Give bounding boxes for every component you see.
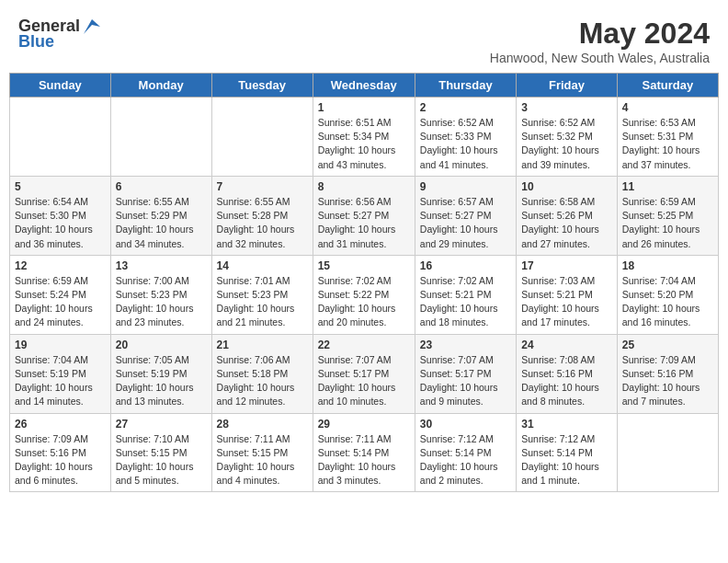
day-number: 7 bbox=[217, 180, 308, 193]
day-info: Sunrise: 6:59 AM Sunset: 5:24 PM Dayligh… bbox=[15, 274, 106, 330]
table-row: 17Sunrise: 7:03 AM Sunset: 5:21 PM Dayli… bbox=[517, 255, 618, 334]
day-info: Sunrise: 7:09 AM Sunset: 5:16 PM Dayligh… bbox=[622, 353, 713, 409]
table-row: 19Sunrise: 7:04 AM Sunset: 5:19 PM Dayli… bbox=[10, 334, 111, 413]
day-number: 9 bbox=[420, 180, 511, 193]
table-row: 13Sunrise: 7:00 AM Sunset: 5:23 PM Dayli… bbox=[110, 255, 211, 334]
day-info: Sunrise: 6:58 AM Sunset: 5:26 PM Dayligh… bbox=[521, 195, 612, 251]
table-row: 5Sunrise: 6:54 AM Sunset: 5:30 PM Daylig… bbox=[10, 176, 111, 255]
day-info: Sunrise: 7:00 AM Sunset: 5:23 PM Dayligh… bbox=[116, 274, 207, 330]
day-number: 24 bbox=[521, 339, 612, 351]
day-number: 16 bbox=[420, 259, 511, 272]
day-number: 28 bbox=[217, 418, 308, 431]
table-row: 26Sunrise: 7:09 AM Sunset: 5:16 PM Dayli… bbox=[10, 413, 111, 492]
table-row: 18Sunrise: 7:04 AM Sunset: 5:20 PM Dayli… bbox=[617, 255, 718, 334]
day-number: 21 bbox=[217, 339, 308, 351]
calendar-week-row: 26Sunrise: 7:09 AM Sunset: 5:16 PM Dayli… bbox=[10, 413, 719, 492]
day-info: Sunrise: 6:57 AM Sunset: 5:27 PM Dayligh… bbox=[420, 195, 511, 251]
day-info: Sunrise: 6:51 AM Sunset: 5:34 PM Dayligh… bbox=[318, 116, 410, 172]
table-row: 9Sunrise: 6:57 AM Sunset: 5:27 PM Daylig… bbox=[415, 176, 516, 255]
logo-blue-text: Blue bbox=[18, 32, 54, 52]
day-number: 26 bbox=[15, 418, 106, 431]
col-tuesday: Tuesday bbox=[211, 74, 313, 98]
calendar-header-row: Sunday Monday Tuesday Wednesday Thursday… bbox=[10, 74, 719, 98]
day-number: 2 bbox=[420, 101, 511, 114]
calendar-week-row: 5Sunrise: 6:54 AM Sunset: 5:30 PM Daylig… bbox=[10, 176, 719, 255]
table-row: 7Sunrise: 6:55 AM Sunset: 5:28 PM Daylig… bbox=[211, 176, 313, 255]
day-info: Sunrise: 6:52 AM Sunset: 5:32 PM Dayligh… bbox=[521, 116, 612, 172]
day-info: Sunrise: 6:55 AM Sunset: 5:29 PM Dayligh… bbox=[116, 195, 207, 251]
day-info: Sunrise: 7:11 AM Sunset: 5:14 PM Dayligh… bbox=[318, 432, 410, 488]
day-number: 22 bbox=[318, 339, 410, 351]
table-row bbox=[10, 98, 111, 177]
logo: General Blue bbox=[18, 17, 102, 52]
table-row: 28Sunrise: 7:11 AM Sunset: 5:15 PM Dayli… bbox=[211, 413, 313, 492]
subtitle: Hanwood, New South Wales, Australia bbox=[490, 51, 710, 65]
table-row: 27Sunrise: 7:10 AM Sunset: 5:15 PM Dayli… bbox=[110, 413, 211, 492]
calendar-week-row: 19Sunrise: 7:04 AM Sunset: 5:19 PM Dayli… bbox=[10, 334, 719, 413]
table-row: 29Sunrise: 7:11 AM Sunset: 5:14 PM Dayli… bbox=[313, 413, 415, 492]
day-info: Sunrise: 7:07 AM Sunset: 5:17 PM Dayligh… bbox=[420, 353, 511, 409]
table-row: 12Sunrise: 6:59 AM Sunset: 5:24 PM Dayli… bbox=[10, 255, 111, 334]
logo-bird-icon bbox=[82, 17, 102, 36]
day-info: Sunrise: 6:52 AM Sunset: 5:33 PM Dayligh… bbox=[420, 116, 511, 172]
day-number: 4 bbox=[622, 101, 713, 114]
day-info: Sunrise: 7:11 AM Sunset: 5:15 PM Dayligh… bbox=[217, 432, 308, 488]
day-info: Sunrise: 6:56 AM Sunset: 5:27 PM Dayligh… bbox=[318, 195, 410, 251]
day-info: Sunrise: 7:12 AM Sunset: 5:14 PM Dayligh… bbox=[521, 432, 612, 488]
day-info: Sunrise: 7:02 AM Sunset: 5:22 PM Dayligh… bbox=[318, 274, 410, 330]
table-row: 11Sunrise: 6:59 AM Sunset: 5:25 PM Dayli… bbox=[617, 176, 718, 255]
day-number: 23 bbox=[420, 339, 511, 351]
table-row: 16Sunrise: 7:02 AM Sunset: 5:21 PM Dayli… bbox=[415, 255, 516, 334]
day-info: Sunrise: 6:53 AM Sunset: 5:31 PM Dayligh… bbox=[622, 116, 713, 172]
day-number: 18 bbox=[622, 259, 713, 272]
calendar-week-row: 12Sunrise: 6:59 AM Sunset: 5:24 PM Dayli… bbox=[10, 255, 719, 334]
col-thursday: Thursday bbox=[415, 74, 516, 98]
day-number: 5 bbox=[15, 180, 106, 193]
table-row bbox=[110, 98, 211, 177]
table-row: 1Sunrise: 6:51 AM Sunset: 5:34 PM Daylig… bbox=[313, 98, 415, 177]
day-info: Sunrise: 7:12 AM Sunset: 5:14 PM Dayligh… bbox=[420, 432, 511, 488]
day-number: 13 bbox=[116, 259, 207, 272]
day-number: 20 bbox=[116, 339, 207, 351]
day-number: 25 bbox=[622, 339, 713, 351]
day-number: 8 bbox=[318, 180, 410, 193]
day-info: Sunrise: 7:05 AM Sunset: 5:19 PM Dayligh… bbox=[116, 353, 207, 409]
col-friday: Friday bbox=[517, 74, 618, 98]
day-number: 11 bbox=[622, 180, 713, 193]
table-row: 14Sunrise: 7:01 AM Sunset: 5:23 PM Dayli… bbox=[211, 255, 313, 334]
calendar-table: Sunday Monday Tuesday Wednesday Thursday… bbox=[9, 73, 719, 492]
table-row: 4Sunrise: 6:53 AM Sunset: 5:31 PM Daylig… bbox=[617, 98, 718, 177]
day-info: Sunrise: 7:10 AM Sunset: 5:15 PM Dayligh… bbox=[116, 432, 207, 488]
day-info: Sunrise: 7:03 AM Sunset: 5:21 PM Dayligh… bbox=[521, 274, 612, 330]
day-number: 6 bbox=[116, 180, 207, 193]
page-header: General Blue May 2024 Hanwood, New South… bbox=[9, 9, 719, 69]
main-title: May 2024 bbox=[490, 17, 710, 51]
calendar-week-row: 1Sunrise: 6:51 AM Sunset: 5:34 PM Daylig… bbox=[10, 98, 719, 177]
day-info: Sunrise: 6:59 AM Sunset: 5:25 PM Dayligh… bbox=[622, 195, 713, 251]
day-info: Sunrise: 7:04 AM Sunset: 5:20 PM Dayligh… bbox=[622, 274, 713, 330]
table-row: 21Sunrise: 7:06 AM Sunset: 5:18 PM Dayli… bbox=[211, 334, 313, 413]
day-number: 10 bbox=[521, 180, 612, 193]
table-row: 8Sunrise: 6:56 AM Sunset: 5:27 PM Daylig… bbox=[313, 176, 415, 255]
table-row: 10Sunrise: 6:58 AM Sunset: 5:26 PM Dayli… bbox=[517, 176, 618, 255]
table-row: 23Sunrise: 7:07 AM Sunset: 5:17 PM Dayli… bbox=[415, 334, 516, 413]
table-row: 22Sunrise: 7:07 AM Sunset: 5:17 PM Dayli… bbox=[313, 334, 415, 413]
day-info: Sunrise: 7:07 AM Sunset: 5:17 PM Dayligh… bbox=[318, 353, 410, 409]
day-info: Sunrise: 6:54 AM Sunset: 5:30 PM Dayligh… bbox=[15, 195, 106, 251]
day-info: Sunrise: 7:09 AM Sunset: 5:16 PM Dayligh… bbox=[15, 432, 106, 488]
svg-marker-0 bbox=[84, 19, 100, 34]
table-row: 2Sunrise: 6:52 AM Sunset: 5:33 PM Daylig… bbox=[415, 98, 516, 177]
day-number: 12 bbox=[15, 259, 106, 272]
day-info: Sunrise: 7:04 AM Sunset: 5:19 PM Dayligh… bbox=[15, 353, 106, 409]
table-row: 3Sunrise: 6:52 AM Sunset: 5:32 PM Daylig… bbox=[517, 98, 618, 177]
day-number: 15 bbox=[318, 259, 410, 272]
col-sunday: Sunday bbox=[10, 74, 111, 98]
title-block: May 2024 Hanwood, New South Wales, Austr… bbox=[490, 17, 710, 65]
day-number: 1 bbox=[318, 101, 410, 114]
day-number: 17 bbox=[521, 259, 612, 272]
table-row: 15Sunrise: 7:02 AM Sunset: 5:22 PM Dayli… bbox=[313, 255, 415, 334]
day-info: Sunrise: 7:06 AM Sunset: 5:18 PM Dayligh… bbox=[217, 353, 308, 409]
col-wednesday: Wednesday bbox=[313, 74, 415, 98]
day-number: 27 bbox=[116, 418, 207, 431]
table-row bbox=[617, 413, 718, 492]
